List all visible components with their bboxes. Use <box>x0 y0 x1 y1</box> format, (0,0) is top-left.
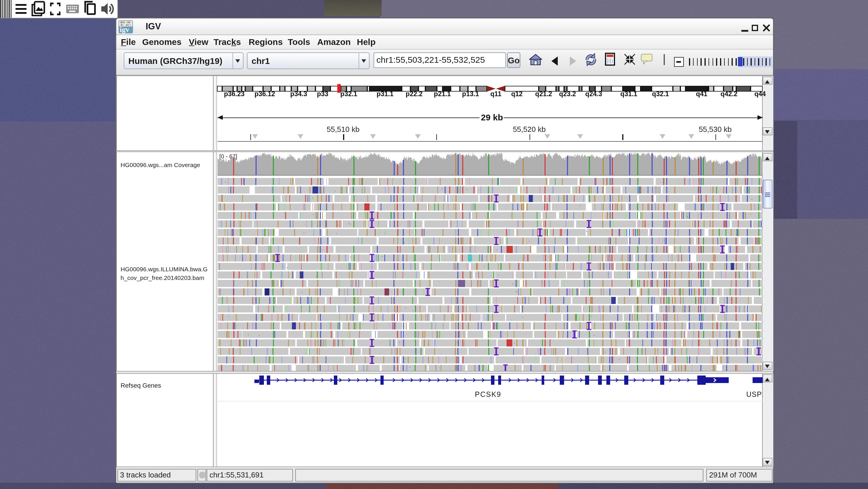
svg-text:igv: igv <box>120 25 129 33</box>
